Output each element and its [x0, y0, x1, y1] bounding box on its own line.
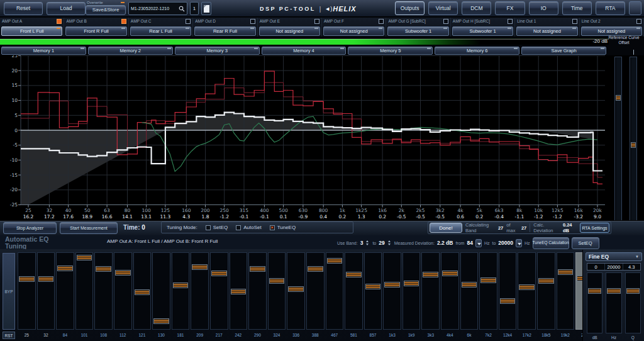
channel-assignment-button[interactable]: Subwoofer 1: [387, 26, 448, 36]
slider-handle[interactable]: [365, 284, 381, 289]
checkbox-icon[interactable]: ×: [270, 225, 275, 230]
slider-handle[interactable]: [423, 272, 438, 277]
slider-handle[interactable]: [626, 288, 640, 294]
channel-checkbox[interactable]: [379, 19, 384, 24]
eq-band-slider-242[interactable]: [230, 252, 248, 330]
reset-eq-button[interactable]: RST: [3, 332, 15, 339]
tune-eq-calculation-button[interactable]: TuneEQ Calculation: [533, 237, 569, 249]
slider-handle[interactable]: [462, 282, 477, 288]
channel-assignment-button[interactable]: Not assigned: [259, 26, 320, 36]
eq-band-slider-336[interactable]: [287, 252, 305, 330]
slider-handle[interactable]: [308, 266, 323, 272]
nav-rta-button[interactable]: RTA: [596, 1, 625, 15]
slider-handle[interactable]: [77, 255, 92, 260]
nav-outputs-button[interactable]: Outputs: [395, 1, 425, 15]
eq-band-slider-181[interactable]: [172, 252, 190, 330]
nav-time-button[interactable]: Time: [562, 1, 592, 15]
spinner-icon[interactable]: [365, 240, 370, 246]
channel-checkbox[interactable]: [314, 19, 319, 24]
channel-checkbox[interactable]: [57, 19, 62, 24]
eq-band-slider-17k2[interactable]: [518, 252, 536, 330]
tuning-mode-option-autoset[interactable]: AutoSet: [236, 225, 261, 230]
fine-eq-slider-q[interactable]: [625, 272, 641, 333]
slider-handle[interactable]: [538, 278, 554, 284]
memory-3-button[interactable]: Memory 3: [175, 47, 260, 55]
channel-checkbox[interactable]: [508, 19, 513, 24]
nav-io-button[interactable]: IO: [529, 1, 558, 15]
eq-band-slider-19k2[interactable]: [557, 252, 575, 330]
eq-band-slider-3k3[interactable]: [421, 252, 440, 330]
nav-virtual-button[interactable]: Virtual: [428, 1, 458, 15]
slider-handle[interactable]: [115, 270, 131, 276]
save-store-button[interactable]: Save&Store: [86, 5, 126, 15]
eq-band-slider-857[interactable]: [364, 252, 382, 330]
freq-to-value[interactable]: 20000: [498, 240, 513, 246]
slider-handle[interactable]: [346, 272, 362, 277]
channel-checkbox[interactable]: [121, 19, 126, 24]
slider-handle[interactable]: [500, 298, 516, 304]
more-button[interactable]: [629, 1, 641, 15]
memory-4-button[interactable]: Memory 4: [262, 47, 347, 55]
tuning-mode-option-seteq[interactable]: SetEQ: [206, 225, 228, 230]
channel-assignment-button[interactable]: Not assigned: [323, 26, 384, 36]
channel-assignment-button[interactable]: Front R Full: [65, 26, 126, 36]
channel-checkbox[interactable]: [250, 19, 255, 24]
memory-6-button[interactable]: Memory 6: [435, 47, 519, 55]
notes-button[interactable]: [201, 2, 211, 15]
eq-band-slider-1k3[interactable]: [383, 252, 401, 330]
slider-handle[interactable]: [192, 264, 208, 270]
channel-checkbox[interactable]: [572, 19, 577, 24]
dropdown-button[interactable]: [475, 239, 482, 247]
channel-assignment-button[interactable]: Rear R Full: [194, 26, 255, 36]
overwrite-option[interactable]: Overwrite: [86, 0, 126, 5]
channel-assignment-button[interactable]: Subwoofer 1: [452, 26, 513, 36]
set-eq-button[interactable]: SetEQ: [572, 237, 599, 249]
slider-handle[interactable]: [607, 288, 620, 294]
slider-handle[interactable]: [211, 271, 227, 276]
slider-handle[interactable]: [588, 288, 601, 294]
slider-handle[interactable]: [519, 284, 535, 290]
eq-band-slider-290[interactable]: [248, 252, 267, 330]
eq-band-slider-25[interactable]: [18, 252, 36, 330]
eq-band-slider-12k4[interactable]: [499, 252, 517, 330]
fine-eq-header[interactable]: Fine EQ ▼: [586, 252, 642, 261]
checkbox-icon[interactable]: [236, 225, 241, 230]
start-measurement-button[interactable]: Start Measurement: [60, 222, 118, 234]
slider-handle[interactable]: [558, 269, 574, 275]
slider-handle[interactable]: [269, 278, 285, 284]
eq-band-slider-84[interactable]: [56, 252, 74, 330]
memory-1-button[interactable]: Memory 1: [1, 47, 86, 55]
nav-fx-button[interactable]: FX: [495, 1, 525, 15]
rta-settings-button[interactable]: RTA Settings: [580, 223, 609, 233]
save-graph-button[interactable]: Save Graph: [521, 47, 606, 55]
setup-page-field[interactable]: 1: [190, 2, 199, 15]
eq-band-slider-112[interactable]: [114, 252, 132, 330]
slider-handle[interactable]: [327, 258, 343, 264]
eq-band-slider-388[interactable]: [306, 252, 325, 330]
slider-handle[interactable]: [384, 282, 400, 288]
slider-handle[interactable]: [173, 282, 189, 288]
search-icon[interactable]: [179, 6, 185, 12]
reference-curve-offset-slider[interactable]: [630, 57, 637, 225]
memory-5-button[interactable]: Memory 5: [348, 47, 433, 55]
eq-band-slider-581[interactable]: [345, 252, 363, 330]
slider-handle[interactable]: [19, 276, 35, 282]
channel-checkbox[interactable]: [186, 19, 191, 24]
eq-band-slider-6k[interactable]: [460, 252, 479, 330]
tuning-mode-option-tuneeq[interactable]: ×TuneEQ: [270, 225, 296, 230]
slider-handle[interactable]: [38, 276, 54, 282]
fine-eq-slider-hz[interactable]: [606, 272, 621, 333]
eq-band-slider-108[interactable]: [94, 252, 113, 330]
stop-analyzer-button[interactable]: Stop Analyzer: [3, 222, 57, 234]
channel-assignment-button[interactable]: Rear L Full: [130, 26, 191, 36]
channel-assignment-button[interactable]: Front L Full: [1, 26, 62, 36]
slider-handle[interactable]: [57, 266, 73, 271]
freq-from-value[interactable]: 84: [467, 240, 472, 246]
eq-band-slider-217[interactable]: [210, 252, 228, 330]
dropdown-button[interactable]: [516, 239, 522, 247]
reset-button[interactable]: Reset: [4, 2, 43, 15]
slider-handle[interactable]: [442, 271, 458, 276]
eq-band-slider-209[interactable]: [191, 252, 209, 330]
nav-dcm-button[interactable]: DCM: [462, 1, 491, 15]
band-from-value[interactable]: 3: [360, 240, 364, 246]
